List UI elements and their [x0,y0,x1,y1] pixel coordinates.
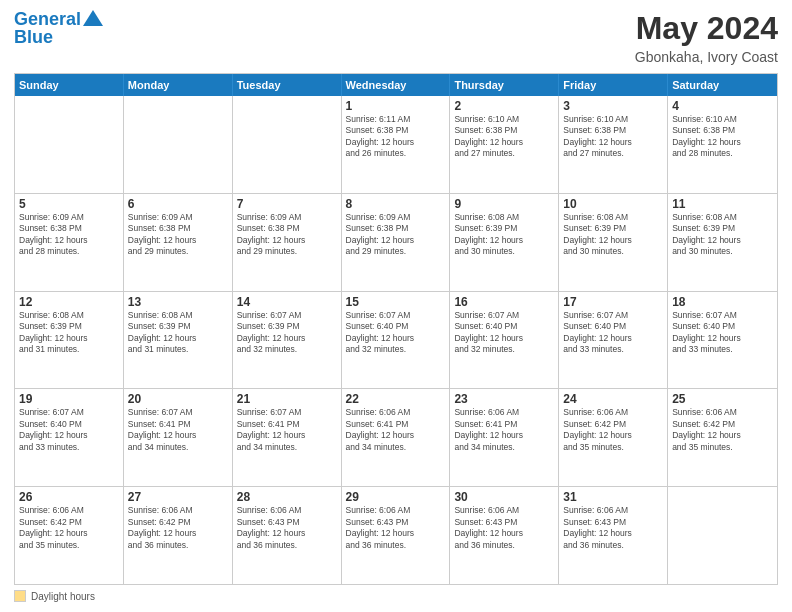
day-number: 6 [128,197,228,211]
calendar-cell: 22Sunrise: 6:06 AM Sunset: 6:41 PM Dayli… [342,389,451,486]
day-info: Sunrise: 6:08 AM Sunset: 6:39 PM Dayligh… [19,310,119,356]
day-number: 5 [19,197,119,211]
daylight-label: Daylight hours [31,591,95,602]
day-number: 21 [237,392,337,406]
calendar-week-1: 1Sunrise: 6:11 AM Sunset: 6:38 PM Daylig… [15,96,777,193]
day-info: Sunrise: 6:07 AM Sunset: 6:40 PM Dayligh… [346,310,446,356]
day-info: Sunrise: 6:06 AM Sunset: 6:43 PM Dayligh… [346,505,446,551]
calendar-week-3: 12Sunrise: 6:08 AM Sunset: 6:39 PM Dayli… [15,291,777,389]
calendar-cell: 2Sunrise: 6:10 AM Sunset: 6:38 PM Daylig… [450,96,559,193]
day-number: 19 [19,392,119,406]
day-info: Sunrise: 6:06 AM Sunset: 6:42 PM Dayligh… [19,505,119,551]
day-info: Sunrise: 6:08 AM Sunset: 6:39 PM Dayligh… [672,212,773,258]
day-number: 9 [454,197,554,211]
calendar-cell: 24Sunrise: 6:06 AM Sunset: 6:42 PM Dayli… [559,389,668,486]
day-number: 22 [346,392,446,406]
calendar-week-4: 19Sunrise: 6:07 AM Sunset: 6:40 PM Dayli… [15,388,777,486]
calendar-cell: 15Sunrise: 6:07 AM Sunset: 6:40 PM Dayli… [342,292,451,389]
day-number: 16 [454,295,554,309]
day-number: 30 [454,490,554,504]
calendar-cell: 23Sunrise: 6:06 AM Sunset: 6:41 PM Dayli… [450,389,559,486]
day-number: 14 [237,295,337,309]
weekday-header-tuesday: Tuesday [233,74,342,96]
day-info: Sunrise: 6:07 AM Sunset: 6:40 PM Dayligh… [563,310,663,356]
day-number: 10 [563,197,663,211]
calendar-cell: 27Sunrise: 6:06 AM Sunset: 6:42 PM Dayli… [124,487,233,584]
day-number: 12 [19,295,119,309]
calendar-cell: 14Sunrise: 6:07 AM Sunset: 6:39 PM Dayli… [233,292,342,389]
logo-blue-text: Blue [14,28,53,48]
page: General Blue May 2024 Gbonkaha, Ivory Co… [0,0,792,612]
day-info: Sunrise: 6:06 AM Sunset: 6:43 PM Dayligh… [454,505,554,551]
day-info: Sunrise: 6:08 AM Sunset: 6:39 PM Dayligh… [454,212,554,258]
calendar-cell: 30Sunrise: 6:06 AM Sunset: 6:43 PM Dayli… [450,487,559,584]
calendar-cell: 16Sunrise: 6:07 AM Sunset: 6:40 PM Dayli… [450,292,559,389]
calendar-cell: 3Sunrise: 6:10 AM Sunset: 6:38 PM Daylig… [559,96,668,193]
day-info: Sunrise: 6:07 AM Sunset: 6:40 PM Dayligh… [672,310,773,356]
calendar-cell: 12Sunrise: 6:08 AM Sunset: 6:39 PM Dayli… [15,292,124,389]
day-number: 15 [346,295,446,309]
day-info: Sunrise: 6:10 AM Sunset: 6:38 PM Dayligh… [672,114,773,160]
weekday-header-monday: Monday [124,74,233,96]
calendar-cell [15,96,124,193]
calendar-cell: 19Sunrise: 6:07 AM Sunset: 6:40 PM Dayli… [15,389,124,486]
weekday-header-wednesday: Wednesday [342,74,451,96]
weekday-header-thursday: Thursday [450,74,559,96]
weekday-header-saturday: Saturday [668,74,777,96]
calendar-cell: 28Sunrise: 6:06 AM Sunset: 6:43 PM Dayli… [233,487,342,584]
day-number: 27 [128,490,228,504]
day-number: 23 [454,392,554,406]
calendar-cell [233,96,342,193]
svg-marker-0 [83,10,103,26]
day-info: Sunrise: 6:09 AM Sunset: 6:38 PM Dayligh… [346,212,446,258]
logo: General Blue [14,10,103,48]
location: Gbonkaha, Ivory Coast [635,49,778,65]
calendar-cell [668,487,777,584]
day-info: Sunrise: 6:07 AM Sunset: 6:41 PM Dayligh… [128,407,228,453]
day-number: 13 [128,295,228,309]
calendar-cell: 13Sunrise: 6:08 AM Sunset: 6:39 PM Dayli… [124,292,233,389]
calendar-cell: 26Sunrise: 6:06 AM Sunset: 6:42 PM Dayli… [15,487,124,584]
day-number: 4 [672,99,773,113]
day-number: 7 [237,197,337,211]
calendar-cell: 18Sunrise: 6:07 AM Sunset: 6:40 PM Dayli… [668,292,777,389]
day-info: Sunrise: 6:06 AM Sunset: 6:41 PM Dayligh… [454,407,554,453]
day-info: Sunrise: 6:09 AM Sunset: 6:38 PM Dayligh… [237,212,337,258]
day-info: Sunrise: 6:10 AM Sunset: 6:38 PM Dayligh… [454,114,554,160]
day-info: Sunrise: 6:11 AM Sunset: 6:38 PM Dayligh… [346,114,446,160]
day-info: Sunrise: 6:09 AM Sunset: 6:38 PM Dayligh… [128,212,228,258]
day-number: 26 [19,490,119,504]
day-number: 8 [346,197,446,211]
day-info: Sunrise: 6:08 AM Sunset: 6:39 PM Dayligh… [563,212,663,258]
calendar-body: 1Sunrise: 6:11 AM Sunset: 6:38 PM Daylig… [15,96,777,584]
calendar-header: SundayMondayTuesdayWednesdayThursdayFrid… [15,74,777,96]
day-number: 25 [672,392,773,406]
day-number: 20 [128,392,228,406]
day-info: Sunrise: 6:07 AM Sunset: 6:40 PM Dayligh… [19,407,119,453]
calendar-cell: 25Sunrise: 6:06 AM Sunset: 6:42 PM Dayli… [668,389,777,486]
day-info: Sunrise: 6:09 AM Sunset: 6:38 PM Dayligh… [19,212,119,258]
day-info: Sunrise: 6:06 AM Sunset: 6:43 PM Dayligh… [563,505,663,551]
day-info: Sunrise: 6:06 AM Sunset: 6:42 PM Dayligh… [128,505,228,551]
day-number: 29 [346,490,446,504]
day-number: 11 [672,197,773,211]
day-number: 3 [563,99,663,113]
calendar-cell: 31Sunrise: 6:06 AM Sunset: 6:43 PM Dayli… [559,487,668,584]
day-info: Sunrise: 6:06 AM Sunset: 6:42 PM Dayligh… [672,407,773,453]
calendar-cell: 4Sunrise: 6:10 AM Sunset: 6:38 PM Daylig… [668,96,777,193]
day-number: 1 [346,99,446,113]
day-info: Sunrise: 6:07 AM Sunset: 6:40 PM Dayligh… [454,310,554,356]
calendar-cell: 1Sunrise: 6:11 AM Sunset: 6:38 PM Daylig… [342,96,451,193]
day-number: 17 [563,295,663,309]
day-info: Sunrise: 6:07 AM Sunset: 6:39 PM Dayligh… [237,310,337,356]
calendar: SundayMondayTuesdayWednesdayThursdayFrid… [14,73,778,585]
calendar-week-2: 5Sunrise: 6:09 AM Sunset: 6:38 PM Daylig… [15,193,777,291]
calendar-cell: 9Sunrise: 6:08 AM Sunset: 6:39 PM Daylig… [450,194,559,291]
calendar-week-5: 26Sunrise: 6:06 AM Sunset: 6:42 PM Dayli… [15,486,777,584]
day-info: Sunrise: 6:06 AM Sunset: 6:41 PM Dayligh… [346,407,446,453]
day-info: Sunrise: 6:07 AM Sunset: 6:41 PM Dayligh… [237,407,337,453]
calendar-cell: 6Sunrise: 6:09 AM Sunset: 6:38 PM Daylig… [124,194,233,291]
day-number: 31 [563,490,663,504]
header: General Blue May 2024 Gbonkaha, Ivory Co… [14,10,778,65]
calendar-cell [124,96,233,193]
